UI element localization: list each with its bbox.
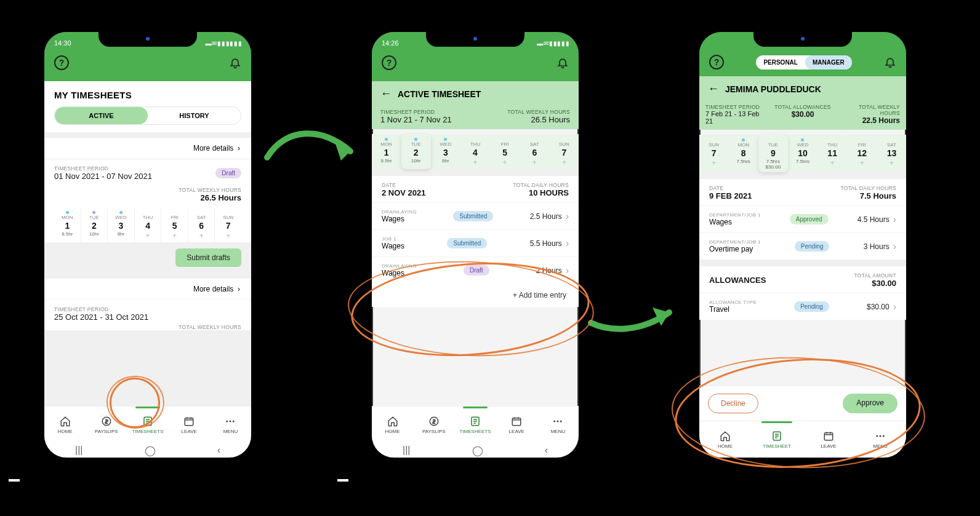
day-cell[interactable]: SUN7+ <box>699 135 729 172</box>
decoration-tick <box>337 479 348 482</box>
day-cell[interactable]: FRI12+ <box>848 135 877 172</box>
date-label: DATE <box>709 185 752 191</box>
entries-list: DEPARTMENT/JOB 1 Wages Approved 4.5 Hour… <box>699 205 906 260</box>
chevron-right-icon: › <box>893 301 896 312</box>
date-label: DATE <box>382 182 426 188</box>
period-label-2: TIMESHEET PERIOD <box>54 306 241 312</box>
bottom-tabbar: HOMETIMESHEETLEAVEMENU <box>699 421 906 458</box>
decoration-tick <box>9 479 20 482</box>
day-cell[interactable]: TUE97.5hrs$30.00 <box>758 135 788 172</box>
period-value-2: 25 Oct 2021 - 31 Oct 2021 <box>54 312 241 322</box>
day-cell[interactable]: MON18.5hr <box>54 207 81 242</box>
submit-drafts-button[interactable]: Submit drafts <box>175 248 241 267</box>
sys-back-icon[interactable]: ‹ <box>545 445 548 456</box>
notifications-icon[interactable] <box>556 56 569 69</box>
period-label: TIMESHEET PERIOD <box>380 109 452 115</box>
sys-home-icon[interactable]: ◯ <box>145 445 156 456</box>
weekly-hours-value: 26.5 Hours <box>507 115 570 124</box>
week-strip: MON18.5hrTUE210hrWED38hrTHU4+FRI5+SAT6+S… <box>372 134 579 169</box>
sys-recent-icon[interactable]: ||| <box>403 445 410 456</box>
day-cell[interactable]: SUN7+ <box>215 207 241 242</box>
day-cell[interactable]: MON87.5hrs <box>729 135 758 172</box>
tab-leave[interactable]: LEAVE <box>496 407 537 443</box>
day-cell[interactable]: FRI5+ <box>161 207 188 242</box>
day-cell[interactable]: WED38hr <box>431 134 460 169</box>
decline-button[interactable]: Decline <box>708 394 758 413</box>
summary-stats: TIMESHEET PERIOD 7 Feb 21 - 13 Feb 21 TO… <box>699 100 906 130</box>
back-icon[interactable]: ← <box>708 82 719 95</box>
more-details-link[interactable]: More details › <box>44 137 251 159</box>
day-cell[interactable]: THU11+ <box>818 135 848 172</box>
day-cell[interactable]: THU4+ <box>135 207 162 242</box>
tab-leave[interactable]: LEAVE <box>803 421 854 458</box>
entries-list: DRAINLAYING Wages Submitted 2.5 Hours › … <box>372 202 579 284</box>
day-cell[interactable]: WED38hr <box>108 207 135 242</box>
employee-name: JEMIMA PUDDLEDUCK <box>725 84 821 94</box>
flow-arrow-1 <box>261 121 359 182</box>
time-entry-row[interactable]: JOB 1 Wages Submitted 5.5 Hours › <box>372 229 579 256</box>
more-details-link-2[interactable]: More details › <box>44 278 251 300</box>
tab-menu[interactable]: MENU <box>210 407 251 443</box>
sys-recent-icon[interactable]: ||| <box>75 445 82 456</box>
tab-home[interactable]: HOME <box>372 407 413 443</box>
help-icon[interactable]: ? <box>54 55 69 70</box>
back-icon[interactable]: ← <box>380 87 392 100</box>
phone-notch <box>98 31 197 47</box>
tab-history[interactable]: HISTORY <box>148 107 241 124</box>
tab-timesheets[interactable]: TIMESHEETS <box>127 407 168 443</box>
day-cell[interactable]: SAT6+ <box>520 134 550 169</box>
svg-point-11 <box>560 420 562 422</box>
svg-point-10 <box>557 420 559 422</box>
sys-home-icon[interactable]: ◯ <box>472 445 483 456</box>
tab-leave[interactable]: LEAVE <box>169 407 210 443</box>
notifications-icon[interactable] <box>884 55 896 69</box>
day-cell[interactable]: THU4+ <box>460 134 490 169</box>
day-cell[interactable]: WED107.5hrs <box>788 135 817 172</box>
tab-home[interactable]: HOME <box>699 421 751 458</box>
day-cell[interactable]: SAT6+ <box>188 207 215 242</box>
time-entry-row[interactable]: DRAINLAYING Wages Draft 2 Hours › <box>372 256 579 284</box>
bottom-tabbar: HOMEPAYSLIPSTIMESHEETSLEAVEMENU <box>44 406 251 443</box>
day-cell[interactable]: TUE210hr <box>401 134 431 169</box>
daily-hours-label: TOTAL DAILY HOURS <box>513 182 569 188</box>
status-badge-draft: Draft <box>215 168 241 178</box>
tab-active[interactable]: ACTIVE <box>55 107 148 124</box>
time-entry-row[interactable]: DEPARTMENT/JOB 1 Wages Approved 4.5 Hour… <box>699 205 906 232</box>
sys-back-icon[interactable]: ‹ <box>217 445 220 456</box>
time-entry-row[interactable]: DEPARTMENT/JOB 1 Overtime pay Pending 3 … <box>699 232 906 260</box>
day-cell[interactable]: MON18.5hr <box>372 134 401 169</box>
svg-point-9 <box>554 420 556 422</box>
tab-payslips[interactable]: PAYSLIPS <box>86 407 127 443</box>
help-icon[interactable]: ? <box>709 55 724 69</box>
help-icon[interactable]: ? <box>382 55 396 70</box>
tab-menu[interactable]: MENU <box>537 407 579 443</box>
toggle-manager[interactable]: MANAGER <box>805 55 852 69</box>
tab-home[interactable]: HOME <box>44 407 86 443</box>
view-toggle: PERSONAL MANAGER <box>756 55 851 69</box>
day-cell[interactable]: SAT13+ <box>877 135 906 172</box>
period-label: TIMESHEET PERIOD <box>54 165 152 172</box>
date-value: 9 FEB 2021 <box>709 191 752 200</box>
allowance-entry[interactable]: ALLOWANCE TYPE Travel Pending $30.00 › <box>699 293 906 320</box>
approve-button[interactable]: Approve <box>843 394 898 413</box>
day-cell[interactable]: SUN7+ <box>550 134 579 169</box>
tab-menu[interactable]: MENU <box>854 421 906 458</box>
toggle-personal[interactable]: PERSONAL <box>756 55 805 69</box>
add-time-entry-button[interactable]: + Add time entry <box>372 284 579 307</box>
day-cell[interactable]: TUE210hr <box>81 207 108 242</box>
svg-rect-8 <box>512 418 521 425</box>
tab-payslips[interactable]: PAYSLIPS <box>413 407 454 443</box>
app-header: ? <box>44 48 251 81</box>
phone-notch <box>753 31 852 47</box>
notifications-icon[interactable] <box>229 56 241 69</box>
time-entry-row[interactable]: DRAINLAYING Wages Submitted 2.5 Hours › <box>372 202 579 229</box>
status-time: 14:26 <box>382 39 399 47</box>
page-title: ACTIVE TIMESHEET <box>398 89 481 99</box>
tab-timesheet[interactable]: TIMESHEET <box>751 421 803 458</box>
tab-timesheets[interactable]: TIMESHEETS <box>454 407 496 443</box>
day-cell[interactable]: FRI5+ <box>491 134 520 169</box>
bottom-tabbar: HOMEPAYSLIPSTIMESHEETSLEAVEMENU <box>372 406 579 443</box>
date-value: 2 NOV 2021 <box>382 188 426 197</box>
allowances-amount: $30.00 <box>854 279 896 288</box>
weekly-hours-value: 26.5 Hours <box>179 193 241 202</box>
